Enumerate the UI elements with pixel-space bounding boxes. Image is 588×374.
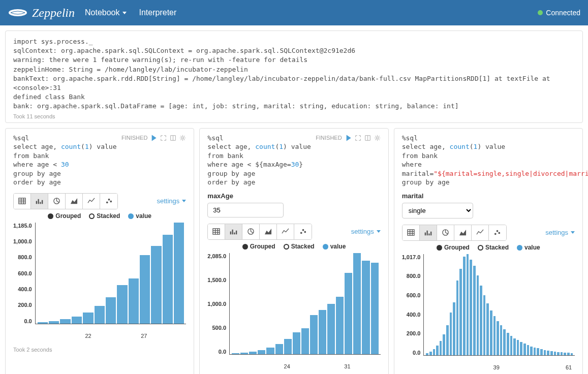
output-text: import sys.process._ sqlContext: org.apa… — [13, 37, 575, 111]
panels-row: %sql select age, count(1) value from ban… — [0, 128, 588, 375]
bar-chart-button[interactable] — [225, 224, 242, 239]
line-chart-button[interactable] — [83, 194, 100, 209]
chart-legend: Grouped Stacked value — [207, 243, 380, 250]
sql-panel-3: %sql select age, count(1) value from ban… — [394, 128, 583, 375]
svg-point-7 — [110, 201, 111, 202]
viz-toolbar: settings — [207, 224, 380, 240]
book-icon[interactable] — [364, 135, 371, 141]
chart-legend: Grouped Stacked value — [13, 212, 186, 220]
code-editor[interactable]: %sql select age, count(1) value from ban… — [207, 134, 312, 187]
param-label: maxAge — [207, 192, 380, 200]
execution-time: Took 11 seconds — [13, 113, 575, 119]
viz-toolbar: settings — [13, 193, 186, 209]
svg-point-2 — [182, 137, 184, 139]
svg-rect-10 — [213, 229, 220, 234]
play-icon[interactable] — [150, 135, 157, 141]
gear-icon[interactable] — [374, 135, 381, 141]
svg-rect-3 — [19, 198, 25, 204]
scatter-chart-button[interactable] — [294, 224, 312, 239]
svg-point-14 — [304, 232, 305, 233]
svg-point-5 — [106, 202, 107, 203]
expand-icon[interactable] — [355, 135, 361, 141]
scatter-chart-button[interactable] — [100, 194, 117, 209]
table-view-button[interactable] — [208, 224, 225, 239]
pie-chart-button[interactable] — [437, 225, 454, 240]
table-view-button[interactable] — [14, 194, 31, 209]
scatter-chart-button[interactable] — [489, 225, 506, 240]
brand-text: Zeppelin — [32, 6, 75, 20]
status-dot-icon — [538, 10, 543, 15]
book-icon[interactable] — [170, 135, 176, 141]
viz-toolbar: settings — [402, 225, 575, 241]
settings-link[interactable]: settings — [157, 197, 187, 205]
bar-chart: 2,085.01,500.01,000.0500.00.0 2431 — [207, 253, 380, 374]
bar-chart: 1,017.0800.0600.0400.0200.00.0 3961 — [402, 254, 575, 374]
settings-link[interactable]: settings — [351, 228, 381, 235]
svg-point-21 — [499, 233, 500, 234]
expand-icon[interactable] — [160, 135, 167, 141]
param-label: marital — [402, 192, 575, 200]
gear-icon[interactable] — [179, 135, 186, 141]
code-editor[interactable]: %sql select age, count(1) value from ban… — [13, 134, 117, 187]
svg-point-9 — [376, 137, 378, 139]
interpreter-link[interactable]: Interpreter — [139, 8, 177, 17]
code-editor[interactable]: %sql select age, count(1) value from ban… — [402, 134, 588, 187]
line-chart-button[interactable] — [472, 225, 489, 240]
execution-time: Took 2 seconds — [13, 347, 186, 353]
cell-status: FINISHED — [316, 135, 380, 141]
logo[interactable]: Zeppelin — [8, 6, 75, 20]
pie-chart-button[interactable] — [242, 224, 260, 239]
cell-status: FINISHED — [121, 135, 186, 141]
area-chart-button[interactable] — [454, 225, 472, 240]
play-icon[interactable] — [345, 135, 352, 141]
sql-panel-1: %sql select age, count(1) value from ban… — [5, 128, 194, 375]
svg-point-20 — [497, 231, 498, 232]
bar-chart-button[interactable] — [31, 194, 48, 209]
chart-legend: Grouped Stacked value — [402, 244, 575, 251]
connection-status: Connected — [538, 9, 580, 17]
svg-point-19 — [495, 233, 496, 234]
pie-chart-button[interactable] — [48, 194, 66, 209]
sql-panel-2: %sql select age, count(1) value from ban… — [199, 128, 388, 375]
chevron-down-icon — [122, 12, 127, 14]
bar-chart: 1,185.01,000.0800.0600.0400.0200.00.0 22… — [13, 223, 186, 345]
line-chart-button[interactable] — [277, 224, 294, 239]
bar-chart-button[interactable] — [420, 225, 437, 240]
svg-point-12 — [300, 232, 301, 233]
table-view-button[interactable] — [403, 225, 420, 240]
settings-link[interactable]: settings — [545, 229, 575, 236]
output-cell: import sys.process._ sqlContext: org.apa… — [5, 30, 583, 123]
area-chart-button[interactable] — [260, 224, 277, 239]
marital-select[interactable]: single — [402, 203, 473, 219]
svg-point-6 — [108, 199, 109, 200]
notebook-menu[interactable]: Notebook — [85, 8, 127, 17]
zeppelin-icon — [8, 8, 28, 18]
svg-point-13 — [302, 230, 303, 231]
area-chart-button[interactable] — [66, 194, 83, 209]
maxage-input[interactable] — [207, 203, 284, 217]
svg-point-0 — [9, 9, 27, 16]
svg-rect-17 — [408, 230, 414, 235]
navbar: Zeppelin Notebook Interpreter Connected — [0, 0, 588, 25]
